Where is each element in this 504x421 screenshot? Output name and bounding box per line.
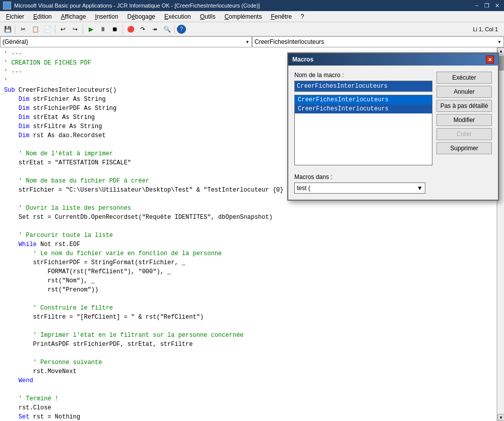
code-line: ' Parcourir toute la liste (4, 231, 492, 240)
code-line: PrintAsPDF strFichierPDF, strEtat, strFi… (4, 340, 492, 349)
dialog-buttons-section: Exécuter Annuler Pas à pas détaillé Modi… (436, 72, 492, 154)
main-area: ' --- ' CREATION DE FICHES PDF ' --- ' S… (0, 47, 504, 421)
menu-fenetre[interactable]: Fenêtre (267, 11, 295, 22)
menu-bar: Fichier Edition Affichage Insertion Débo… (0, 11, 504, 22)
code-line: rst("Prenom")) (4, 285, 492, 294)
menu-help[interactable]: ? (297, 11, 308, 22)
code-line: Set rst = Nothing (4, 412, 492, 421)
macros-dialog: Macros ✕ Nom de la macro : CreerFichesIn… (287, 52, 499, 201)
code-line: While Not rst.EOF (4, 240, 492, 249)
macro-list-item[interactable]: CreerFichesInterlocuteurs (295, 104, 432, 113)
stepover-button[interactable]: ↠ (149, 24, 160, 35)
creer-button[interactable]: Créer (436, 128, 492, 140)
macro-list-item[interactable]: CreerFichesInterlocuteurs (295, 95, 432, 104)
macros-dans-section: Macros dans : test ( ▼ (294, 173, 492, 194)
procedure-dropdown-arrow: ▼ (497, 40, 501, 44)
breakpoint-button[interactable]: 🔴 (125, 24, 136, 35)
stop-button[interactable]: ⏹ (109, 24, 120, 35)
dialog-title-bar: Macros ✕ (288, 53, 498, 66)
toolbar-sep-3 (83, 25, 83, 34)
general-dropdown[interactable]: (Général) ▼ (0, 36, 252, 47)
code-line: rst("Nom"), _ (4, 276, 492, 285)
toolbar-sep-2 (55, 25, 55, 34)
window-title: Microsoft Visual Basic pour Applications… (14, 3, 260, 9)
annuler-button[interactable]: Annuler (436, 86, 492, 98)
menu-insertion[interactable]: Insertion (91, 11, 122, 22)
app-icon (3, 2, 11, 10)
code-line: FORMAT(rst("RefClient"), "000"), _ (4, 267, 492, 276)
cut-button[interactable]: ✂ (18, 24, 29, 35)
pas-a-pas-button[interactable]: Pas à pas détaillé (436, 100, 492, 112)
cursor-status: Li 1, Col 1 (469, 26, 502, 32)
menu-outils[interactable]: Outils (196, 11, 220, 22)
macros-dans-dropdown[interactable]: test ( ▼ (294, 183, 425, 194)
restore-button[interactable]: ❐ (483, 2, 491, 10)
menu-fichier[interactable]: Fichier (2, 11, 28, 22)
menu-debogage[interactable]: Débogage (123, 11, 159, 22)
code-line (4, 322, 492, 331)
macro-list[interactable]: CreerFichesInterlocuteurs CreerFichesInt… (294, 95, 432, 165)
menu-edition[interactable]: Edition (29, 11, 56, 22)
code-line (4, 349, 492, 358)
dialog-title-label: Macros (292, 56, 313, 63)
save-button[interactable]: 💾 (2, 24, 13, 35)
code-line: strFichierPDF = StringFormat(strFichier,… (4, 258, 492, 267)
toolbar-sep-4 (122, 25, 123, 34)
menu-execution[interactable]: Exécution (160, 11, 195, 22)
menu-complements[interactable]: Compléments (220, 11, 266, 22)
toolbar-sep-5 (174, 25, 175, 34)
supprimer-button[interactable]: Supprimer (436, 142, 492, 154)
nom-macro-label: Nom de la macro : (294, 72, 432, 79)
macros-dans-label: Macros dans : (294, 173, 492, 181)
scroll-down-arrow[interactable]: ▼ (497, 414, 504, 421)
watch-button[interactable]: 🔍 (161, 24, 172, 35)
code-line: Wend (4, 376, 492, 385)
macro-name-input[interactable] (294, 81, 432, 92)
menu-affichage[interactable]: Affichage (57, 11, 90, 22)
code-line: ' Construire le filtre (4, 304, 492, 313)
executer-button[interactable]: Exécuter (436, 72, 492, 84)
code-line: rst.MoveNext (4, 367, 492, 376)
code-line (4, 294, 492, 304)
dialog-body: Nom de la macro : CreerFichesInterlocute… (288, 66, 498, 200)
paste-button[interactable]: 📄 (42, 24, 53, 35)
run-button[interactable]: ▶ (85, 24, 96, 35)
code-line: ' Ouvrir la liste des personnes (4, 204, 492, 213)
dropdowns-row: (Général) ▼ CreerFichesInterlocuteurs ▼ (0, 36, 504, 47)
procedure-dropdown-value: CreerFichesInterlocuteurs (255, 38, 324, 45)
modifier-button[interactable]: Modifier (436, 114, 492, 126)
code-line: ' Terminé ! (4, 394, 492, 403)
close-button[interactable]: ✕ (493, 2, 501, 10)
dialog-main-row: Nom de la macro : CreerFichesInterlocute… (294, 72, 492, 171)
toolbar: 💾 ✂ 📋 📄 ↩ ↪ ▶ ⏸ ⏹ 🔴 ↷ ↠ 🔍 ? Li 1, Col 1 (0, 22, 504, 36)
code-line: Set rst = CurrentDb.OpenRecordset("Requê… (4, 213, 492, 222)
redo-button[interactable]: ↪ (70, 24, 81, 35)
code-line: rst.Close (4, 403, 492, 412)
help-btn[interactable]: ? (177, 25, 186, 34)
copy-button[interactable]: 📋 (30, 24, 41, 35)
macros-dans-value: test ( (297, 185, 310, 192)
stepinto-button[interactable]: ↷ (137, 24, 148, 35)
code-line: ' Personne suivante (4, 358, 492, 367)
general-dropdown-value: (Général) (3, 38, 28, 45)
minimize-button[interactable]: − (473, 2, 481, 10)
title-bar: Microsoft Visual Basic pour Applications… (0, 0, 504, 11)
macros-dans-arrow: ▼ (417, 185, 423, 192)
code-line: ' Le nom du fichier varie en fonction de… (4, 249, 492, 258)
code-line: ' Imprimer l'état en le filtrant sur la … (4, 331, 492, 340)
dialog-left-section: Nom de la macro : CreerFichesInterlocute… (294, 72, 432, 171)
pause-button[interactable]: ⏸ (97, 24, 108, 35)
toolbar-sep-1 (15, 25, 16, 34)
code-line: strFiltre = "[RefClient] = " & rst("RefC… (4, 313, 492, 322)
procedure-dropdown[interactable]: CreerFichesInterlocuteurs ▼ (252, 36, 504, 47)
code-line (4, 222, 492, 231)
code-line (4, 385, 492, 394)
undo-button[interactable]: ↩ (57, 24, 69, 35)
dialog-close-button[interactable]: ✕ (486, 55, 494, 64)
general-dropdown-arrow: ▼ (245, 40, 249, 44)
